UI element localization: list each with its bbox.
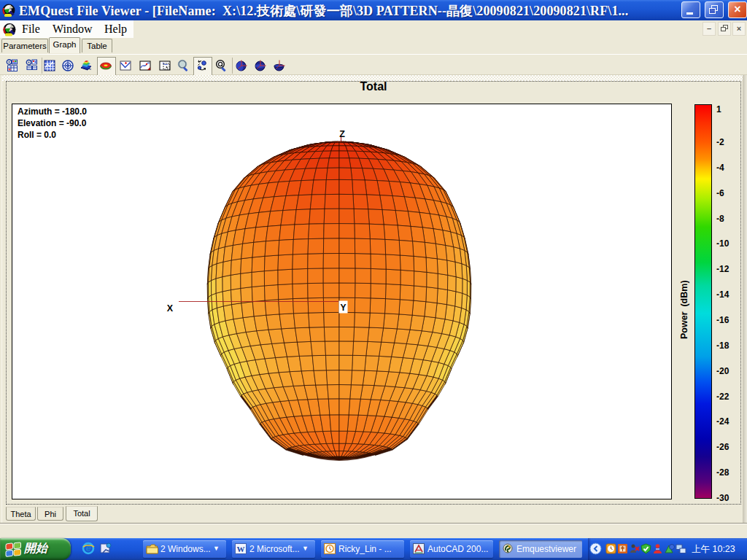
svg-text:Z: Z xyxy=(339,129,345,139)
svg-text:Y: Y xyxy=(340,303,346,313)
svg-text:Power (dBm): Power (dBm) xyxy=(679,280,689,339)
svg-text:X: X xyxy=(167,303,174,314)
svg-text:e: e xyxy=(85,542,90,553)
svg-text:W: W xyxy=(237,545,245,553)
